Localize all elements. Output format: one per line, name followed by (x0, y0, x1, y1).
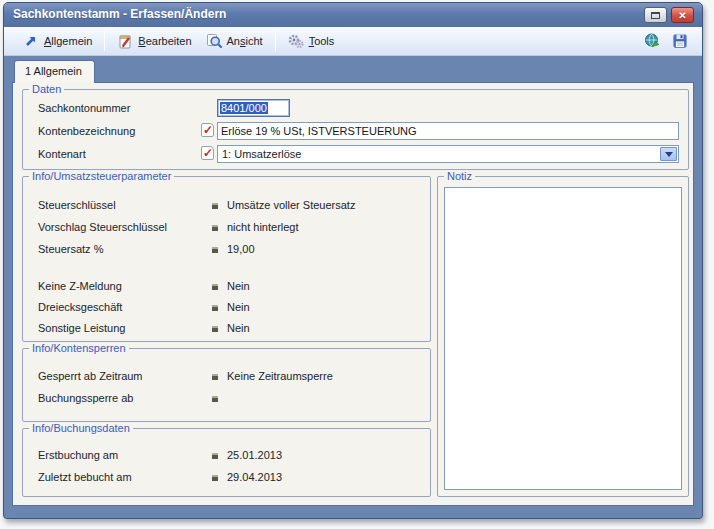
bullet-icon (212, 305, 218, 311)
content-panel: Daten Sachkontonummer 8401/000 Kontenbez… (12, 82, 694, 506)
info-value: Umsätze voller Steuersatz (227, 199, 355, 211)
group-ust-title: Info/Umsatzsteuerparameter (29, 170, 174, 182)
bullet-icon (212, 453, 218, 459)
info-value: Nein (227, 322, 250, 334)
group-umsatzsteuerparameter: Info/Umsatzsteuerparameter Steuerschlüss… (22, 176, 431, 342)
app-window: Sachkontenstamm - Erfassen/Ändern ✕ Allg… (3, 2, 703, 519)
info-label: Sonstige Leistung (38, 322, 125, 334)
info-value: 25.01.2013 (227, 449, 282, 461)
info-label: Steuersatz % (38, 243, 103, 255)
bullet-icon (212, 225, 218, 231)
info-label: Steuerschlüssel (38, 199, 116, 211)
group-daten: Daten Sachkontonummer 8401/000 Kontenbez… (22, 89, 689, 170)
bullet-icon (212, 247, 218, 253)
checkmark-icon[interactable] (201, 146, 214, 160)
close-icon: ✕ (678, 10, 686, 21)
restore-button[interactable] (644, 7, 667, 23)
gears-icon (288, 33, 304, 49)
arrow-ne-icon (23, 33, 39, 49)
label-kontenart: Kontenart (38, 148, 86, 160)
group-sperren-title: Info/Kontensperren (29, 342, 129, 354)
edit-icon (117, 33, 133, 49)
menu-allgemein[interactable]: Allgemein (16, 30, 99, 52)
info-value: 29.04.2013 (227, 471, 282, 483)
dropdown-button[interactable] (660, 147, 677, 161)
kontenart-dropdown[interactable]: 1: Umsatzerlöse (217, 145, 679, 163)
menu-tools[interactable]: Tools (281, 30, 342, 52)
menu-bearbeiten[interactable]: Bearbeiten (110, 30, 198, 52)
sachkontonummer-input[interactable]: 8401/000 (217, 99, 290, 117)
bullet-icon (212, 284, 218, 290)
globe-icon[interactable] (644, 33, 660, 49)
info-label: Dreiecksgeschäft (38, 301, 122, 313)
info-label: Buchungssperre ab (38, 392, 133, 404)
info-value: 19,00 (227, 243, 255, 255)
tab-strip: 1 Allgemein Daten Sachkontonummer 8401/0… (4, 56, 702, 518)
group-notiz-title: Notiz (444, 170, 475, 182)
label-kontenbezeichnung: Kontenbezeichnung (38, 125, 135, 137)
kontenbezeichnung-input[interactable] (217, 122, 679, 140)
info-label: Erstbuchung am (38, 449, 118, 461)
toolbar-separator (104, 31, 105, 51)
bullet-icon (212, 475, 218, 481)
toolbar-separator (275, 31, 276, 51)
notiz-textarea[interactable] (444, 187, 682, 490)
menu-ansicht[interactable]: Ansicht (199, 30, 270, 52)
bullet-icon (212, 396, 218, 402)
group-notiz: Notiz (437, 176, 689, 497)
toolbar: Allgemein Bearbeiten (4, 27, 702, 56)
label-sachkontonummer: Sachkontonummer (38, 102, 130, 114)
info-label: Zuletzt bebucht am (38, 471, 132, 483)
info-value: nicht hinterlegt (227, 221, 299, 233)
bullet-icon (212, 374, 218, 380)
chevron-down-icon (665, 152, 673, 157)
info-value: Nein (227, 280, 250, 292)
group-buchung-title: Info/Buchungsdaten (29, 422, 133, 434)
tab-allgemein[interactable]: 1 Allgemein (14, 60, 95, 83)
info-value: Nein (227, 301, 250, 313)
restore-icon (651, 12, 660, 19)
group-buchungsdaten: Info/Buchungsdaten Erstbuchung am 25.01.… (22, 428, 431, 497)
bullet-icon (212, 203, 218, 209)
magnifier-icon (206, 33, 222, 49)
save-icon[interactable] (672, 33, 688, 49)
window-title: Sachkontenstamm - Erfassen/Ändern (13, 7, 226, 21)
kontenart-value: 1: Umsatzerlöse (222, 148, 301, 160)
group-kontensperren: Info/Kontensperren Gesperrt ab Zeitraum … (22, 348, 431, 422)
selected-text: 8401/000 (220, 102, 268, 114)
group-daten-title: Daten (29, 83, 64, 95)
info-value: Keine Zeitraumsperre (227, 370, 333, 382)
close-button[interactable]: ✕ (671, 7, 694, 23)
title-bar: Sachkontenstamm - Erfassen/Ändern ✕ (4, 3, 702, 27)
info-label: Gesperrt ab Zeitraum (38, 370, 143, 382)
info-label: Vorschlag Steuerschlüssel (38, 221, 167, 233)
bullet-icon (212, 326, 218, 332)
checkmark-icon[interactable] (201, 123, 214, 137)
screen: Sachkontenstamm - Erfassen/Ändern ✕ Allg… (0, 0, 714, 529)
info-label: Keine Z-Meldung (38, 280, 122, 292)
